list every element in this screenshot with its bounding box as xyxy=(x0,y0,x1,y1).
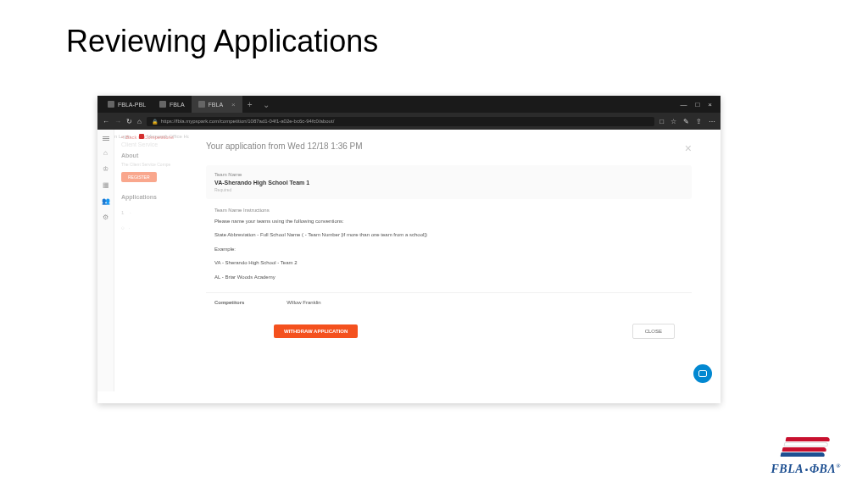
tab-favicon-icon xyxy=(159,101,166,108)
new-tab-button[interactable]: + xyxy=(242,100,258,109)
users-icon[interactable]: 👥 xyxy=(102,197,110,205)
instr-line-5: AL - Briar Woods Academy xyxy=(214,274,683,280)
tab-label: FBLA-PBL xyxy=(118,102,146,108)
competitor-name: Willow Franklin xyxy=(287,300,320,305)
tab-favicon-icon xyxy=(198,101,205,108)
notes-icon[interactable]: ✎ xyxy=(683,118,689,125)
tab-label: FBLA xyxy=(209,102,224,108)
refresh-icon[interactable]: ↻ xyxy=(126,118,132,125)
about-text: The Client Service Compe xyxy=(121,162,182,167)
close-tab-icon[interactable]: × xyxy=(231,101,236,108)
browser-window: FBLA-PBL FBLA FBLA × + ⌄ — □ × ← → ↻ ⌂ xyxy=(97,96,721,403)
favorite-icon[interactable]: ☆ xyxy=(670,118,676,125)
grid-icon[interactable]: ▦ xyxy=(103,181,109,189)
flag-icon xyxy=(781,437,832,461)
modal-close-icon[interactable]: × xyxy=(685,141,692,155)
tab-favicon-icon xyxy=(108,101,114,108)
application-modal: Your application from Wed 12/18 1:36 PM … xyxy=(189,133,709,391)
back-icon[interactable]: ← xyxy=(103,118,109,125)
instructions-label: Team Name Instructions xyxy=(214,208,683,213)
lock-icon: 🔒 xyxy=(152,119,158,125)
tab-fbla-pbl[interactable]: FBLA-PBL xyxy=(101,96,153,113)
url-text: https://fbla.mypspark.com/competition/10… xyxy=(161,119,334,124)
close-button[interactable]: CLOSE xyxy=(632,324,675,339)
crumb: Client Service xyxy=(121,141,182,147)
instr-line-3: Example: xyxy=(214,246,683,252)
applications-heading: Applications xyxy=(121,194,182,200)
more-icon[interactable]: ⋯ xyxy=(709,118,715,125)
instr-line-1: Please name your teams using the followi… xyxy=(214,218,683,225)
tab-overflow-icon[interactable]: ⌄ xyxy=(258,100,275,109)
minimize-icon[interactable]: — xyxy=(680,101,687,108)
address-bar[interactable]: 🔒 https://fbla.mypspark.com/competition/… xyxy=(147,117,654,126)
instr-line-2: State Abbreviation - Full School Name ( … xyxy=(214,231,683,238)
home-nav-icon[interactable]: ⌂ xyxy=(103,149,108,157)
forward-icon[interactable]: → xyxy=(114,118,121,125)
trophy-icon[interactable]: ♔ xyxy=(103,165,108,173)
maximize-icon[interactable]: □ xyxy=(695,101,699,108)
team-name-label: Team Name xyxy=(214,172,683,177)
tab-bar: FBLA-PBL FBLA FBLA × + ⌄ — □ × xyxy=(97,96,721,113)
logo-text: FBLAΦΒΛ® xyxy=(771,463,841,476)
required-text: Required xyxy=(214,187,683,192)
browser-chrome: FBLA-PBL FBLA FBLA × + ⌄ — □ × ← → ↻ ⌂ xyxy=(97,96,721,130)
icon-sidebar: ⌂ ♔ ▦ 👥 ⚙ xyxy=(97,130,114,391)
app-row-2[interactable]: ○ · xyxy=(121,225,182,230)
register-button[interactable]: REGISTER xyxy=(121,172,157,182)
withdraw-button[interactable]: WITHDRAW APPLICATION xyxy=(274,324,358,338)
tab-label: FBLA xyxy=(170,102,185,108)
modal-title: Your application from Wed 12/18 1:36 PM xyxy=(206,141,363,151)
app-row-1[interactable]: 1 · xyxy=(121,210,182,215)
competitors-row: Competitors Willow Franklin xyxy=(206,292,692,312)
instructions-section: Team Name Instructions Please name your … xyxy=(206,206,692,289)
window-controls: — □ × xyxy=(680,101,717,108)
reading-icon[interactable]: □ xyxy=(659,118,664,125)
tab-fbla-2[interactable]: FBLA × xyxy=(192,96,242,113)
chat-widget-icon[interactable] xyxy=(693,364,712,383)
close-window-icon[interactable]: × xyxy=(708,101,712,108)
fbla-logo: FBLAΦΒΛ® xyxy=(771,437,841,476)
share-icon[interactable]: ⇪ xyxy=(696,118,702,125)
home-icon[interactable]: ⌂ xyxy=(137,118,142,125)
about-heading: About xyxy=(121,152,182,158)
tab-fbla-1[interactable]: FBLA xyxy=(153,96,192,113)
instr-line-4: VA - Sherando High School - Team 2 xyxy=(214,259,683,266)
team-name-section: Team Name VA-Sherando High School Team 1… xyxy=(206,165,692,199)
left-panel: < Back to Competitions Client Service Ab… xyxy=(114,130,189,391)
menu-icon[interactable] xyxy=(103,136,109,141)
back-link[interactable]: < Back to Competitions xyxy=(121,135,182,140)
settings-icon[interactable]: ⚙ xyxy=(103,214,108,221)
url-bar: ← → ↻ ⌂ 🔒 https://fbla.mypspark.com/comp… xyxy=(97,113,721,130)
competitors-label: Competitors xyxy=(214,300,244,305)
modal-overlay: Your application from Wed 12/18 1:36 PM … xyxy=(189,130,721,391)
slide-title: Reviewing Applications xyxy=(0,0,868,59)
page-content: ⌂ ♔ ▦ 👥 ⚙ < Back to Competitions Client … xyxy=(97,130,721,391)
team-name-value: VA-Sherando High School Team 1 xyxy=(214,180,683,186)
